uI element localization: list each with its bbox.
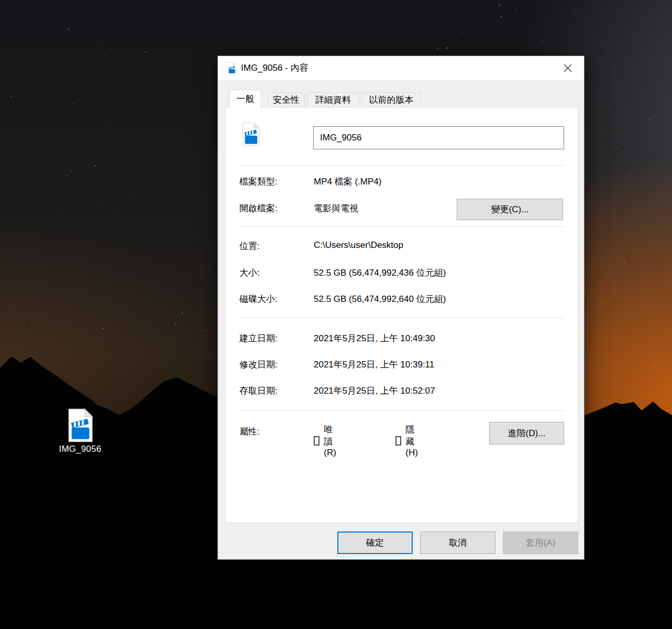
modified-date-value: 2021年5月25日, 上午 10:39:11 (314, 359, 434, 372)
location-value: C:\Users\user\Desktop (314, 240, 403, 254)
filename-input[interactable] (313, 126, 564, 149)
cancel-button[interactable]: 取消 (420, 532, 495, 554)
hidden-checkbox-label: 隱藏(H) (405, 424, 421, 458)
size-on-disk-label: 磁碟大小: (239, 293, 314, 307)
apply-button[interactable]: 套用(A) (503, 532, 578, 554)
readonly-checkbox-label: 唯讀(R) (324, 424, 339, 458)
general-tab-panel: 檔案類型: MP4 檔案 (.MP4) 開啟檔案: 電影與電視 變更(C)...… (225, 107, 578, 523)
location-label: 位置: (239, 240, 314, 254)
divider (239, 318, 564, 318)
ok-button[interactable]: 確定 (337, 532, 413, 554)
tab-details[interactable]: 詳細資料 (307, 92, 359, 107)
size-value: 52.5 GB (56,474,992,436 位元組) (314, 267, 446, 280)
attributes-label: 屬性: (239, 426, 314, 439)
created-date-value: 2021年5月25日, 上午 10:49:30 (314, 332, 435, 346)
hidden-checkbox[interactable] (395, 436, 401, 446)
file-type-label: 檔案類型: (239, 176, 314, 189)
close-button[interactable] (556, 56, 580, 80)
video-file-icon (66, 408, 94, 442)
size-on-disk-value: 52.5 GB (56,474,992,640 位元組) (314, 293, 446, 307)
opens-with-label: 開啟檔案: (239, 202, 314, 216)
modified-date-label: 修改日期: (239, 359, 314, 372)
opens-with-value: 電影與電視 (314, 202, 358, 216)
accessed-date-label: 存取日期: (239, 385, 314, 398)
tab-security[interactable]: 安全性 (268, 92, 305, 107)
readonly-checkbox-group[interactable]: 唯讀(R) (314, 424, 340, 458)
title-bar[interactable]: IMG_9056 - 內容 (218, 56, 584, 80)
readonly-checkbox[interactable] (314, 436, 320, 446)
tab-previous-versions[interactable]: 以前的版本 (361, 92, 421, 107)
desktop-icon-label: IMG_9056 (54, 444, 106, 454)
dialog-title: IMG_9056 - 內容 (241, 56, 309, 80)
hidden-checkbox-group[interactable]: 隱藏(H) (395, 424, 422, 458)
divider (239, 226, 564, 227)
size-label: 大小: (239, 267, 314, 280)
accessed-date-value: 2021年5月25日, 上午 10:52:07 (314, 385, 435, 398)
desktop-icon-img-9056[interactable]: IMG_9056 (54, 408, 106, 454)
tab-general[interactable]: 一般 (229, 90, 261, 108)
video-file-icon (241, 122, 261, 146)
divider (239, 410, 564, 411)
file-type-value: MP4 檔案 (.MP4) (314, 176, 381, 189)
divider (239, 165, 564, 166)
close-icon (563, 63, 572, 73)
created-date-label: 建立日期: (239, 332, 314, 346)
video-file-icon (227, 62, 237, 74)
advanced-button[interactable]: 進階(D)... (489, 422, 564, 444)
properties-dialog: IMG_9056 - 內容 一般 安全性 詳細資料 以前的版本 檔案類型: MP… (217, 56, 585, 560)
change-button[interactable]: 變更(C)... (457, 199, 563, 220)
